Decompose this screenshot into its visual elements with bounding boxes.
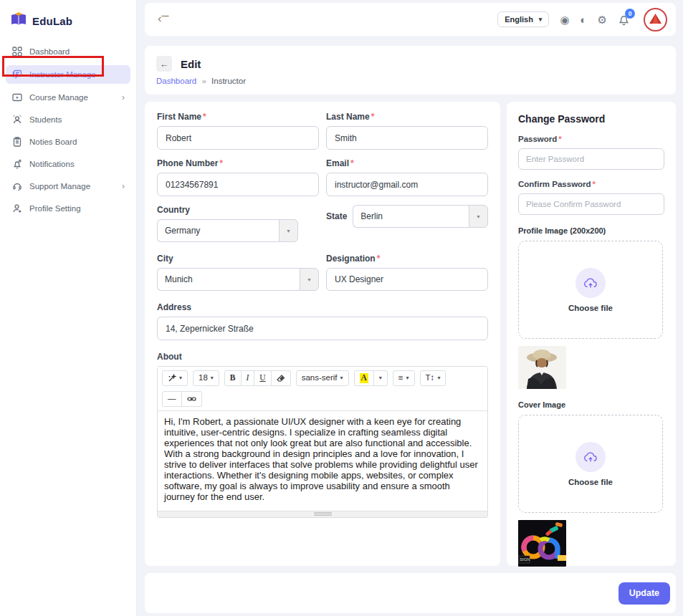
line-height-button[interactable]: T↕▾ (420, 370, 446, 386)
last-name-input[interactable] (326, 126, 488, 150)
caret-down-icon: ▾ (340, 375, 343, 382)
theme-toggle-icon[interactable]: ◐ (580, 14, 586, 25)
dashboard-icon (11, 46, 23, 57)
sidebar-item-label: Notifications (29, 160, 75, 168)
clear-format-button[interactable] (272, 370, 291, 386)
eraser-icon (277, 374, 285, 382)
country-select-caret[interactable]: ▼ (279, 219, 298, 242)
font-size-button[interactable]: 18▾ (193, 370, 219, 386)
sidebar-item-course-manage[interactable]: Course Manage › (6, 89, 130, 106)
underline-button[interactable]: U (254, 370, 271, 386)
brand[interactable]: EduLab (0, 0, 136, 37)
sidebar-item-label: Noties Board (29, 138, 77, 146)
sidebar: EduLab Dashboard Instructor Manage Cours… (0, 0, 136, 616)
confirm-password-input[interactable] (518, 193, 664, 215)
caret-down-icon: ▾ (437, 375, 440, 382)
change-password-title: Change Password (518, 113, 664, 125)
italic-button[interactable]: I (242, 370, 255, 386)
chevron-right-icon: › (122, 181, 125, 191)
password-label: Password* (518, 135, 664, 143)
svg-text:SIGN: SIGN (520, 557, 530, 562)
cover-image-thumbnail: SIGN (518, 520, 566, 567)
avatar-logo-icon (647, 11, 664, 28)
required-mark: * (377, 254, 381, 264)
state-select-caret[interactable]: ▼ (469, 205, 488, 228)
choose-file-label: Choose file (568, 478, 613, 486)
phone-input[interactable] (157, 173, 319, 196)
sidebar-item-dashboard[interactable]: Dashboard (6, 43, 130, 60)
link-icon (187, 395, 196, 403)
notifications-bell[interactable]: 0 (618, 14, 630, 26)
instructor-form-card: First Name* Last Name* Phone Number* Ema… (145, 102, 500, 566)
sidebar-item-label: Dashboard (29, 47, 70, 56)
insert-link-button[interactable] (182, 391, 202, 407)
brand-logo-icon (10, 11, 27, 30)
page-title: Edit (181, 58, 201, 70)
sidebar-item-support-manage[interactable]: Support Manage › (6, 178, 130, 195)
support-manage-icon (11, 181, 23, 192)
address-input[interactable] (157, 317, 488, 340)
sidebar-item-label: Course Manage (29, 93, 88, 102)
caret-down-icon: ▾ (211, 375, 214, 382)
font-color-dropdown[interactable]: ▾ (374, 370, 388, 386)
cloud-upload-icon (583, 451, 598, 463)
editor-toolbar: ▾ 18▾ B I U sans-serif▾ A ▾ ≡▾ T↕▾ — (158, 367, 487, 411)
profile-image-dropzone[interactable]: Choose file (518, 241, 663, 339)
back-button[interactable]: ← (156, 56, 172, 72)
caret-down-icon: ▾ (179, 375, 182, 382)
bold-button[interactable]: B (224, 370, 242, 386)
horizontal-rule-button[interactable]: — (162, 391, 182, 407)
magic-wand-icon (168, 374, 176, 382)
city-value[interactable]: Munich (157, 268, 300, 291)
address-label: Address (157, 302, 488, 312)
country-select[interactable]: Germany ▼ (157, 219, 298, 242)
noties-board-icon (11, 136, 23, 148)
state-label: State (326, 211, 347, 221)
language-value: English (505, 15, 533, 24)
breadcrumb: Dashboard » Instructor (156, 77, 664, 85)
state-value[interactable]: Berlin (353, 205, 469, 228)
first-name-input[interactable] (157, 126, 319, 150)
required-mark: * (350, 158, 354, 168)
user-avatar[interactable] (644, 8, 667, 32)
phone-label: Phone Number* (157, 158, 319, 168)
sidebar-collapse-icon[interactable] (158, 14, 170, 24)
about-editor-content[interactable]: Hi, I'm Robert, a passionate UI/UX desig… (158, 411, 487, 511)
country-value[interactable]: Germany (157, 219, 279, 242)
city-select-caret[interactable]: ▼ (300, 268, 319, 291)
upload-cloud-circle (575, 442, 606, 472)
about-rich-editor: ▾ 18▾ B I U sans-serif▾ A ▾ ≡▾ T↕▾ — (157, 366, 488, 518)
password-input[interactable] (518, 148, 664, 170)
country-label: Country (157, 205, 319, 215)
sidebar-item-instructor-manage[interactable]: Instructor Manage (6, 65, 130, 84)
language-select[interactable]: English ▾ (497, 11, 549, 27)
font-color-button[interactable]: A (354, 370, 374, 386)
city-select[interactable]: Munich ▼ (157, 268, 319, 291)
email-input[interactable] (326, 173, 488, 196)
profile-setting-icon (11, 203, 23, 214)
state-select[interactable]: Berlin ▼ (353, 205, 488, 228)
paragraph-icon: ≡ (398, 373, 403, 383)
font-family-button[interactable]: sans-serif▾ (296, 370, 349, 386)
chevron-down-icon: ▾ (539, 16, 543, 23)
choose-file-label: Choose file (568, 304, 613, 312)
sidebar-nav: Dashboard Instructor Manage Course Manag… (0, 37, 136, 217)
sidebar-item-label: Profile Setting (29, 204, 81, 213)
editor-resize-bar[interactable] (158, 511, 487, 517)
topbar: English ▾ ◉ ◐ ⚙ 0 (145, 3, 676, 36)
settings-gear-icon[interactable]: ⚙ (598, 14, 607, 25)
cover-image-dropzone[interactable]: Choose file (518, 415, 663, 513)
update-button[interactable]: Update (618, 582, 670, 605)
sidebar-item-profile-setting[interactable]: Profile Setting (6, 200, 130, 217)
sidebar-item-notifications[interactable]: Notifications (6, 155, 130, 173)
notification-badge: 0 (625, 9, 635, 19)
profile-image-label: Profile Image (200x200) (518, 226, 664, 235)
designation-input[interactable] (326, 268, 488, 291)
preview-icon[interactable]: ◉ (560, 14, 569, 25)
sidebar-item-students[interactable]: Students (6, 111, 130, 128)
sidebar-item-noties-board[interactable]: Noties Board (6, 133, 130, 150)
paragraph-button[interactable]: ≡▾ (393, 370, 415, 386)
page-header-card: ← Edit Dashboard » Instructor (145, 46, 676, 95)
style-magic-button[interactable]: ▾ (162, 370, 188, 386)
breadcrumb-dashboard-link[interactable]: Dashboard (156, 77, 196, 85)
